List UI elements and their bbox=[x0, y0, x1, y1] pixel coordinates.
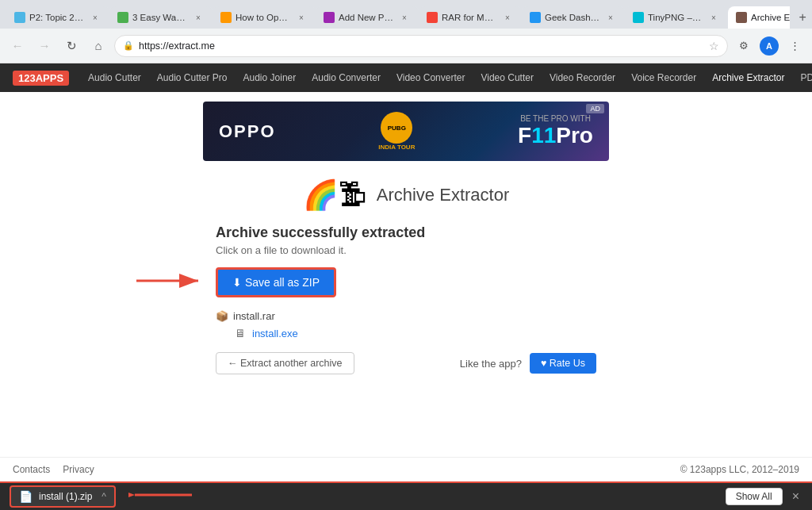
download-bar-close-button[interactable]: × bbox=[789, 489, 802, 504]
nav-item-pdf-tools[interactable]: PDF Tools bbox=[801, 72, 812, 83]
toolbar: ← → ↻ ⌂ 🔒 https://extract.me ☆ ⚙ A ⋮ bbox=[0, 29, 812, 63]
tab-title-6: Geek Dashboa... bbox=[545, 13, 600, 22]
footer-copyright: © 123apps LLC, 2012–2019 bbox=[680, 464, 799, 475]
save-zip-button[interactable]: ⬇ Save all as ZIP bbox=[216, 267, 336, 297]
show-all-button[interactable]: Show All bbox=[726, 488, 783, 505]
profile-icon-btn[interactable]: A bbox=[758, 35, 780, 57]
red-arrow-indicator bbox=[136, 269, 208, 296]
ad-banner-inner: OPPO PUBG INDIA TOUR BE THE PRO WITH F11… bbox=[203, 112, 609, 151]
extract-another-button[interactable]: ← Extract another archive bbox=[216, 352, 354, 374]
nav-item-voice-recorder[interactable]: Voice Recorder bbox=[631, 72, 696, 83]
download-bar: 📄 install (1).zip ^ Show All × bbox=[0, 481, 812, 510]
download-item[interactable]: 📄 install (1).zip ^ bbox=[10, 485, 116, 508]
tab-close-1[interactable]: × bbox=[89, 11, 102, 24]
download-bar-actions: Show All × bbox=[726, 488, 802, 505]
footer-privacy-link[interactable]: Privacy bbox=[63, 464, 94, 475]
tab-title-8: Archive Extrac... bbox=[751, 13, 790, 22]
tab-close-5[interactable]: × bbox=[501, 11, 514, 24]
home-button[interactable]: ⌂ bbox=[87, 35, 109, 57]
rate-area: Like the app? ♥ Rate Us bbox=[460, 353, 596, 374]
tab-favicon-8 bbox=[736, 12, 747, 23]
new-tab-button[interactable]: + bbox=[793, 6, 812, 29]
tab-3[interactable]: How to Open...× bbox=[213, 6, 316, 29]
back-button[interactable]: ← bbox=[6, 35, 29, 57]
arrow-svg bbox=[136, 269, 208, 293]
url-text: https://extract.me bbox=[139, 40, 704, 52]
tab-favicon-3 bbox=[220, 12, 232, 23]
app-content: 🌈🗜 Archive Extractor Archive successfull… bbox=[0, 171, 812, 374]
nav-item-audio-cutter-pro[interactable]: Audio Cutter Pro bbox=[157, 72, 228, 83]
ad-right: BE THE PRO WITH F11Pro bbox=[518, 114, 593, 148]
file-child-item[interactable]: 🖥 install.exe bbox=[216, 327, 596, 339]
download-filename: install (1).zip bbox=[39, 491, 92, 502]
app-logo-icon: 🌈🗜 bbox=[303, 178, 367, 212]
tab-title-7: TinyPNG – Co... bbox=[648, 13, 703, 22]
rate-us-button[interactable]: ♥ Rate Us bbox=[530, 353, 596, 374]
tab-title-3: How to Open... bbox=[236, 13, 291, 22]
tab-favicon-7 bbox=[633, 12, 644, 23]
extensions-icon[interactable]: ⚙ bbox=[733, 35, 755, 57]
success-area: Archive successfully extracted Click on … bbox=[216, 224, 596, 374]
ad-banner: OPPO PUBG INDIA TOUR BE THE PRO WITH F11… bbox=[203, 102, 609, 161]
app-title: Archive Extractor bbox=[377, 185, 510, 205]
main-content: OPPO PUBG INDIA TOUR BE THE PRO WITH F11… bbox=[0, 92, 812, 457]
app-logo-area: 🌈🗜 Archive Extractor bbox=[303, 178, 510, 212]
nav-item-audio-cutter[interactable]: Audio Cutter bbox=[88, 72, 141, 83]
tab-favicon-1 bbox=[14, 12, 25, 23]
ad-pubg-icon: PUBG bbox=[381, 112, 412, 144]
tab-close-3[interactable]: × bbox=[295, 11, 308, 24]
forward-button[interactable]: → bbox=[33, 35, 56, 57]
success-title: Archive successfully extracted bbox=[216, 224, 596, 241]
site-footer: Contacts Privacy © 123apps LLC, 2012–201… bbox=[0, 457, 812, 481]
lock-icon: 🔒 bbox=[123, 40, 134, 51]
tab-close-7[interactable]: × bbox=[707, 11, 720, 24]
site-nav: 123APPS Audio CutterAudio Cutter ProAudi… bbox=[0, 63, 812, 92]
refresh-button[interactable]: ↻ bbox=[60, 35, 82, 57]
address-bar[interactable]: 🔒 https://extract.me ☆ bbox=[114, 35, 728, 57]
tabs-container: P2: Topic 2: Ex...×3 Easy Ways t...×How … bbox=[6, 6, 790, 29]
ad-pubg-logo-area: PUBG INDIA TOUR bbox=[378, 112, 415, 151]
footer-links: Contacts Privacy bbox=[13, 464, 94, 475]
nav-item-audio-converter[interactable]: Audio Converter bbox=[312, 72, 381, 83]
browser-frame: P2: Topic 2: Ex...×3 Easy Ways t...×How … bbox=[0, 0, 812, 510]
file-parent-name: 📦 install.rar bbox=[216, 310, 596, 322]
profile-avatar: A bbox=[760, 36, 779, 56]
ad-india-text: INDIA TOUR bbox=[378, 144, 415, 151]
tab-7[interactable]: TinyPNG – Co...× bbox=[625, 6, 728, 29]
download-chevron-icon[interactable]: ^ bbox=[102, 491, 106, 502]
archive-icon: 📦 bbox=[216, 310, 228, 322]
download-file-icon: 📄 bbox=[19, 490, 33, 503]
download-red-arrow bbox=[128, 484, 192, 509]
more-menu-icon[interactable]: ⋮ bbox=[783, 35, 806, 57]
nav-item-video-cutter[interactable]: Video Cutter bbox=[481, 72, 534, 83]
bookmark-icon[interactable]: ☆ bbox=[709, 40, 719, 52]
tab-4[interactable]: Add New Post...× bbox=[316, 6, 419, 29]
file-type-icon: 🖥 bbox=[235, 327, 246, 339]
tab-close-2[interactable]: × bbox=[192, 11, 205, 24]
tab-title-2: 3 Easy Ways t... bbox=[132, 13, 188, 22]
ad-slogan: BE THE PRO WITH bbox=[518, 114, 593, 123]
tab-favicon-2 bbox=[117, 12, 128, 23]
nav-item-video-recorder[interactable]: Video Recorder bbox=[550, 72, 615, 83]
ad-model: F11Pro bbox=[518, 123, 593, 148]
tab-close-4[interactable]: × bbox=[398, 11, 411, 24]
tab-title-4: Add New Post... bbox=[339, 13, 394, 22]
ad-badge: AD bbox=[586, 104, 604, 113]
tab-favicon-4 bbox=[324, 12, 335, 23]
nav-item-archive-extractor[interactable]: Archive Extractor bbox=[712, 72, 784, 83]
tab-6[interactable]: Geek Dashboa...× bbox=[522, 6, 625, 29]
nav-item-video-converter[interactable]: Video Converter bbox=[396, 72, 465, 83]
tab-5[interactable]: RAR for Mac: B...× bbox=[419, 6, 522, 29]
nav-item-audio-joiner[interactable]: Audio Joiner bbox=[243, 72, 297, 83]
bottom-actions: ← Extract another archive Like the app? … bbox=[216, 352, 596, 374]
tab-2[interactable]: 3 Easy Ways t...× bbox=[109, 6, 213, 29]
file-list: 📦 install.rar 🖥 install.exe bbox=[216, 310, 596, 339]
tab-title-1: P2: Topic 2: Ex... bbox=[29, 13, 85, 22]
tab-1[interactable]: P2: Topic 2: Ex...× bbox=[6, 6, 109, 29]
like-app-text: Like the app? bbox=[460, 358, 522, 370]
site-logo[interactable]: 123APPS bbox=[13, 71, 69, 86]
tab-close-6[interactable]: × bbox=[604, 11, 617, 24]
footer-contacts-link[interactable]: Contacts bbox=[13, 464, 50, 475]
tab-8[interactable]: Archive Extrac...× bbox=[728, 6, 790, 29]
tab-favicon-6 bbox=[530, 12, 541, 23]
